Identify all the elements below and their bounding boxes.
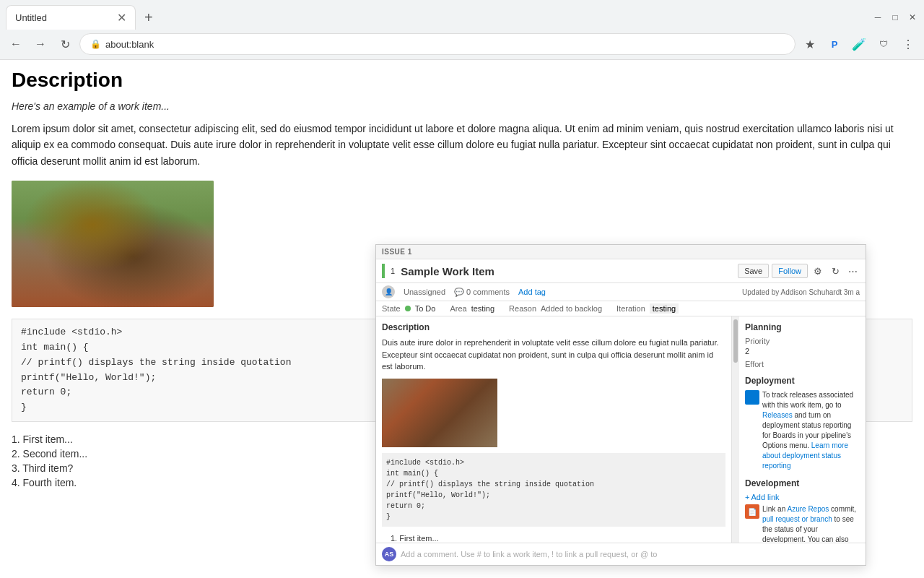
wi-avatar: 👤	[382, 285, 395, 298]
wi-planning-section: Planning Priority 2 Effort	[745, 322, 860, 368]
pull-request-link[interactable]: pull request or branch	[762, 515, 832, 523]
address-bar: ← → ↻ 🔒 about:blank ★ P 🧪 🛡 ⋮	[0, 30, 924, 59]
title-bar: Untitled ✕ + ─ □ ✕	[0, 0, 924, 30]
add-link-label: Add link	[751, 493, 779, 501]
browser-toolbar-right: ★ P 🧪 🛡 ⋮	[800, 34, 918, 54]
wi-deployment-section: Deployment To track releases associated …	[745, 376, 860, 471]
wi-reason-label: Reason	[509, 304, 536, 313]
wi-title: Sample Work Item	[401, 265, 732, 277]
window-controls: ─ □ ✕	[872, 12, 918, 23]
azure-boards-icon	[745, 390, 759, 405]
minimize-button[interactable]: ─	[872, 12, 884, 23]
wi-save-button[interactable]: Save	[738, 264, 769, 278]
wi-number: 1	[391, 267, 395, 275]
wi-deployment-title: Deployment	[745, 376, 860, 386]
wi-area-label: Area	[450, 304, 466, 313]
url-text: about:blank	[105, 39, 154, 50]
wi-effort-label: Effort	[745, 360, 860, 368]
wi-code-block: #include <stdio.h> int main() { // print…	[382, 453, 725, 527]
intro-text: Here's an example of a work item...	[12, 100, 912, 112]
wi-state-value: To Do	[415, 304, 436, 313]
wi-more-icon[interactable]: ⋯	[845, 264, 860, 278]
wi-updated: Updated by Addison Schuhardt 3m a	[742, 288, 860, 296]
wi-planning-title: Planning	[745, 322, 860, 332]
body-text: Lorem ipsum dolor sit amet, consectetur …	[12, 121, 912, 169]
wi-iteration-label: Iteration	[616, 304, 645, 313]
wi-status-bar	[382, 264, 385, 278]
wi-disc-placeholder[interactable]: Add a comment. Use # to link a work item…	[401, 550, 860, 558]
comment-icon: 💬	[454, 288, 464, 297]
page-title: Description	[12, 69, 912, 92]
wi-area-value: testing	[471, 304, 494, 313]
wi-development-section: Development + Add link 📄 Link an Azure R…	[745, 478, 860, 543]
profile-icon[interactable]: P	[824, 34, 845, 54]
wi-code-line-1: #include <stdio.h>	[386, 457, 721, 468]
browser-tab[interactable]: Untitled ✕	[6, 5, 136, 30]
wi-comments: 💬 0 comments	[454, 288, 510, 297]
restore-button[interactable]: □	[889, 12, 901, 23]
wi-dep-text: To track releases associated with this w…	[762, 390, 860, 471]
wi-iteration-value: testing	[650, 303, 679, 314]
url-bar[interactable]: 🔒 about:blank	[79, 33, 796, 55]
tab-close-button[interactable]: ✕	[117, 12, 126, 24]
wi-fields-bar: State To Do Area testing Reason Added to…	[376, 301, 866, 316]
wi-header: ISSUE 1	[376, 245, 866, 259]
wi-unassigned: Unassigned	[404, 288, 445, 296]
new-tab-button[interactable]: +	[139, 7, 159, 29]
wi-dev-title: Development	[745, 478, 860, 488]
wi-dev-text: Link an Azure Repos commit, pull request…	[762, 504, 860, 543]
wi-priority-label: Priority	[745, 337, 860, 345]
lock-icon: 🔒	[90, 39, 101, 49]
bookmark-icon[interactable]: ★	[800, 34, 820, 54]
extensions-icon[interactable]: 🧪	[849, 34, 869, 54]
wi-code-line-3: // printf() displays the string inside q…	[386, 479, 721, 490]
adblock-icon[interactable]: 🛡	[873, 34, 894, 54]
wi-scroll-thumb	[733, 319, 738, 363]
forward-button[interactable]: →	[30, 34, 51, 54]
work-item-panel: ISSUE 1 1 Sample Work Item Save Follow ⚙…	[375, 244, 866, 566]
wi-scrollbar[interactable]	[732, 316, 739, 543]
back-button[interactable]: ←	[6, 34, 26, 54]
dog-image	[12, 181, 214, 307]
browser-chrome: Untitled ✕ + ─ □ ✕ ← → ↻ 🔒 about:blank ★…	[0, 0, 924, 60]
wi-dev-add-link[interactable]: + Add link	[745, 493, 860, 501]
wi-follow-button[interactable]: Follow	[772, 264, 808, 278]
wi-code-line-2: int main() {	[386, 468, 721, 479]
wi-iteration-field: Iteration testing	[616, 303, 679, 314]
wi-disc-avatar: AS	[382, 547, 396, 561]
wi-state-field: State To Do	[382, 303, 435, 314]
reload-button[interactable]: ↻	[55, 34, 75, 54]
learn-more-link[interactable]: Learn more about deployment status repor…	[762, 441, 848, 470]
close-button[interactable]: ✕	[907, 12, 918, 23]
wi-list-item-1: 1. First item...	[391, 532, 725, 543]
wi-desc-title: Description	[382, 322, 725, 332]
wi-main-content: Description Duis aute irure dolor in rep…	[376, 316, 732, 543]
wi-sidebar: Planning Priority 2 Effort Deployment To…	[739, 316, 866, 543]
wi-settings-icon[interactable]: ⚙	[811, 264, 825, 278]
wi-priority-value: 2	[745, 347, 860, 355]
wi-list: 1. First item... 2. Second item... 3. Th…	[391, 532, 725, 543]
wi-title-bar: 1 Sample Work Item Save Follow ⚙ ↻ ⋯	[376, 259, 866, 283]
wi-code-line-6: }	[386, 512, 721, 522]
wi-meta-bar: 👤 Unassigned 💬 0 comments Add tag Update…	[376, 283, 866, 301]
azure-repos-link[interactable]: Azure Repos	[787, 505, 829, 513]
azure-repos-icon: 📄	[745, 504, 759, 519]
wi-state-dot	[405, 306, 411, 311]
menu-icon[interactable]: ⋮	[898, 34, 918, 54]
page-content: Description Here's an example of a work …	[0, 60, 924, 578]
wi-reason-value: Added to backlog	[541, 304, 602, 313]
wi-discussion-bar: AS Add a comment. Use # to link a work i…	[376, 543, 866, 565]
wi-reason-field: Reason Added to backlog	[509, 303, 602, 314]
wi-desc-text: Duis aute irure dolor in reprehenderit i…	[382, 337, 725, 373]
tab-title: Untitled	[15, 12, 47, 23]
wi-code-line-4: printf("Hello, World!");	[386, 490, 721, 501]
wi-refresh-icon[interactable]: ↻	[828, 264, 842, 278]
wi-toolbar: Save Follow ⚙ ↻ ⋯	[738, 264, 860, 278]
wi-dog-image	[382, 379, 497, 447]
releases-link[interactable]: Releases	[762, 411, 793, 419]
wi-add-tag[interactable]: Add tag	[518, 288, 546, 296]
wi-body: Description Duis aute irure dolor in rep…	[376, 316, 866, 543]
wi-area-field: Area testing	[450, 303, 494, 314]
add-link-icon: +	[745, 493, 749, 501]
wi-tag: ISSUE 1	[382, 248, 412, 256]
